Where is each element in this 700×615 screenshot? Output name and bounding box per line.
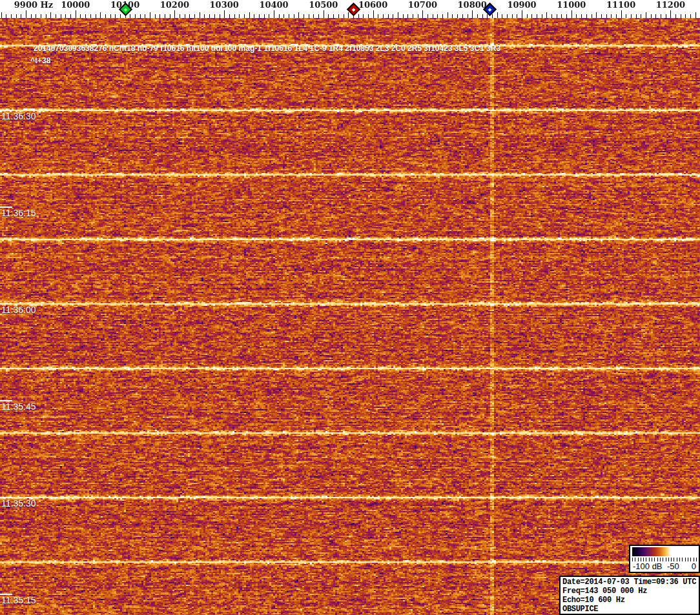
db-mid-label: -50 (667, 561, 679, 571)
freq-tick-label: 11200 (656, 0, 685, 10)
freq-tick-label: 10400 (259, 0, 288, 10)
spectrogram-canvas[interactable] (0, 18, 700, 615)
freq-tick-label: 10600 (358, 0, 387, 10)
freq-tick-label: 9900 Hz (14, 0, 53, 10)
freq-tick-label: 10300 (210, 0, 239, 10)
freq-tick-label: 11100 (606, 0, 635, 10)
time-label: 11:36:00 (1, 305, 36, 315)
freq-tick-label: 10700 (408, 0, 437, 10)
time-label: 11:35:45 (1, 401, 36, 412)
freq-tick-label: 10500 (309, 0, 338, 10)
frequency-ruler[interactable]: 9900 Hz100001010010200103001040010500106… (0, 0, 700, 18)
freq-tick-label: 10000 (61, 0, 90, 10)
freq-tick-label: 10200 (160, 0, 189, 10)
freq-tick-label: 10900 (507, 0, 536, 10)
time-label: 11:36:30 (1, 111, 36, 121)
spectrogram-window: 9900 Hz100001010010200103001040010500106… (0, 0, 700, 615)
db-max-label: 0 (692, 561, 696, 571)
waterfall-area: 20140703093638276 hCnt18 nb-79 f10616 hi… (0, 18, 700, 615)
info-echo: Echo=10 600 Hz (562, 596, 697, 605)
time-label: 11:36:15 (1, 208, 36, 218)
info-date-time: Date=2014-07-03 Time=09:36 UTC (562, 578, 697, 587)
freq-tick-label: 11000 (557, 0, 586, 10)
freq-tick-label: 10800 (458, 0, 487, 10)
info-frequency: Freq=143 050 000 Hz (562, 587, 697, 596)
color-scale-legend[interactable]: -100 dB -50 0 (629, 545, 700, 573)
color-scale-labels: -100 dB -50 0 (630, 561, 699, 572)
time-label: 11:35:30 (1, 498, 36, 509)
station-info-box: Date=2014-07-03 Time=09:36 UTC Freq=143 … (559, 576, 700, 615)
time-offset-text: ^t+38 (30, 56, 50, 65)
color-gradient-bar[interactable] (632, 547, 697, 556)
detection-result-text: 20140703093638276 hCnt18 nb-79 f10616 hi… (34, 44, 500, 53)
db-min-label: -100 dB (633, 561, 663, 571)
info-station: OBSUPICE (562, 605, 697, 614)
time-label: 11:35:15 (1, 595, 36, 605)
